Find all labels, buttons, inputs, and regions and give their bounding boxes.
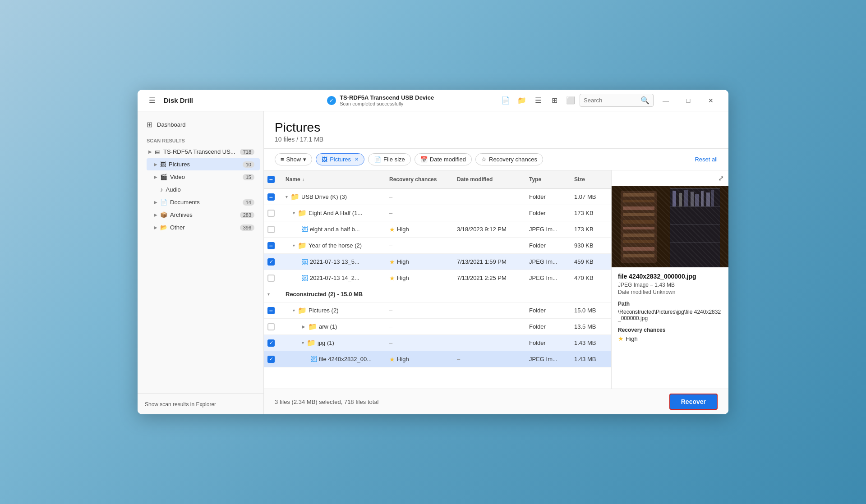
- row-recovery-cell: –: [386, 305, 453, 316]
- row-checkbox[interactable]: ✓: [267, 258, 275, 266]
- row-chevron-icon[interactable]: ▾: [302, 340, 304, 345]
- row-name-text: arw (1): [319, 323, 337, 330]
- table-row[interactable]: ▾ 📁 Eight And A Half (1... – Folder 173 …: [264, 205, 611, 221]
- close-button[interactable]: ✕: [700, 93, 721, 108]
- sidebar-ts-rdf5a-badge: 718: [240, 149, 254, 155]
- date-modified-filter-button[interactable]: 📅 Date modified: [415, 153, 472, 165]
- table-row[interactable]: ▶ 📁 arw (1) – Folder 13.5 MB: [264, 319, 611, 335]
- status-bar: 3 files (2.34 MB) selected, 718 files to…: [264, 389, 728, 414]
- recover-button[interactable]: Recover: [669, 394, 718, 410]
- row-name-cell: ▾ 📁 Year of the horse (2): [282, 239, 386, 252]
- preview-expand-button[interactable]: ⤢: [718, 174, 724, 183]
- table-row[interactable]: ✓ 🖼 2021-07-13 13_5... ★ High 7/: [264, 254, 611, 270]
- table-row[interactable]: 🖼 2021-07-13 14_2... ★ High 7/13/2021 2:…: [264, 270, 611, 286]
- row-checkbox[interactable]: ✓: [267, 356, 275, 363]
- app-title: Disk Drill: [164, 96, 193, 104]
- table-row-group-header: ▾ Reconstructed (2) - 15.0 MB: [264, 286, 611, 302]
- reset-all-button[interactable]: Reset all: [695, 156, 718, 163]
- row-checkbox[interactable]: ✓: [267, 339, 275, 347]
- sidebar: ⊞ Dashboard Scan results ▶ 🖴 TS-RDF5A Tr…: [138, 111, 264, 414]
- row-size-cell: 13.5 MB: [571, 321, 611, 332]
- select-all-checkbox[interactable]: –: [267, 176, 275, 183]
- row-name-cell: ▾ 📁 jpg (1): [282, 337, 386, 349]
- row-date-cell: 3/18/2023 9:12 PM: [453, 224, 525, 234]
- sidebar-archives-label: Archives: [170, 211, 193, 218]
- jpeg-icon: 🖼: [302, 258, 308, 266]
- row-chevron-icon[interactable]: ▾: [267, 292, 270, 297]
- sidebar-item-dashboard[interactable]: ⊞ Dashboard: [138, 117, 263, 133]
- star-icon: ★: [389, 356, 395, 363]
- new-file-button[interactable]: 📄: [498, 93, 513, 108]
- row-checkbox[interactable]: [267, 210, 275, 217]
- chevron-icon: ▶: [148, 149, 152, 154]
- minimize-button[interactable]: —: [655, 93, 676, 108]
- row-type-cell: Folder: [525, 240, 571, 251]
- sidebar-item-ts-rdf5a[interactable]: ▶ 🖴 TS-RDF5A Transcend US... 718: [141, 146, 260, 158]
- row-chevron-icon[interactable]: ▾: [293, 308, 295, 313]
- pictures-filter-button[interactable]: 🖼 Pictures ✕: [316, 153, 364, 165]
- sidebar-item-pictures[interactable]: ▶ 🖼 Pictures 10: [147, 158, 260, 170]
- folder-button[interactable]: 📁: [515, 93, 529, 108]
- svg-rect-11: [623, 254, 654, 257]
- pictures-icon: 🖼: [160, 161, 166, 168]
- row-checkbox[interactable]: [267, 323, 275, 330]
- row-chevron-icon[interactable]: ▾: [293, 243, 295, 248]
- svg-rect-7: [623, 227, 654, 229]
- show-scan-results-button[interactable]: Show scan results in Explorer: [145, 401, 216, 408]
- maximize-button[interactable]: □: [678, 93, 699, 108]
- row-checkbox-cell: [264, 321, 282, 332]
- row-checkbox[interactable]: –: [267, 307, 275, 314]
- th-name[interactable]: Name ↓: [282, 174, 386, 185]
- hamburger-icon: ☰: [149, 96, 155, 105]
- documents-icon: 📄: [160, 199, 167, 206]
- row-size-cell: 15.0 MB: [571, 305, 611, 316]
- recovery-label: High: [397, 226, 409, 233]
- search-box: 🔍: [580, 94, 654, 107]
- row-chevron-icon[interactable]: ▾: [286, 194, 288, 199]
- folder-icon: 📁: [298, 241, 307, 250]
- row-name-cell: ▾ 📁 Pictures (2): [282, 304, 386, 316]
- row-size-cell: 470 KB: [571, 273, 611, 283]
- sidebar-documents-badge: 14: [243, 199, 254, 206]
- sidebar-item-video[interactable]: ▶ 🎬 Video 15: [147, 171, 260, 183]
- group-header-label: Reconstructed (2) - 15.0 MB: [282, 289, 611, 299]
- row-recovery-cell: –: [386, 338, 453, 348]
- row-checkbox-cell: ✓: [264, 257, 282, 267]
- grid-view-button[interactable]: ⊞: [547, 93, 562, 108]
- row-chevron-icon[interactable]: ▾: [293, 211, 295, 215]
- table-row[interactable]: – ▾ 📁 Year of the horse (2) – Folder 930…: [264, 238, 611, 254]
- scan-complete-icon: ✓: [327, 96, 336, 105]
- row-name-text: file 4240x2832_00...: [319, 356, 372, 362]
- table-row[interactable]: ✓ 🖼 file 4240x2832_00... ★ High: [264, 351, 611, 367]
- hamburger-button[interactable]: ☰: [145, 93, 159, 108]
- row-checkbox[interactable]: [267, 226, 275, 233]
- pictures-filter-close-icon[interactable]: ✕: [355, 156, 359, 162]
- search-input[interactable]: [584, 97, 638, 104]
- folder-icon: 📁: [308, 322, 317, 331]
- recovery-high: ★ High: [389, 226, 409, 233]
- row-checkbox[interactable]: –: [267, 193, 275, 201]
- row-checkbox[interactable]: [267, 275, 275, 282]
- row-recovery-cell: –: [386, 208, 453, 218]
- table-row[interactable]: – ▾ 📁 USB Drive (K) (3) – Folder 1.07 MB: [264, 189, 611, 205]
- recovery-label: High: [397, 275, 409, 281]
- recovery-chances-filter-button[interactable]: ☆ Recovery chances: [475, 153, 543, 165]
- row-type-cell: Folder: [525, 208, 571, 218]
- table-row[interactable]: ✓ ▾ 📁 jpg (1) – Folder 1.43 MB: [264, 335, 611, 351]
- split-view-button[interactable]: ⬜: [563, 93, 578, 108]
- table-row[interactable]: – ▾ 📁 Pictures (2) – Folder 15.0 MB: [264, 302, 611, 319]
- sidebar-item-documents[interactable]: ▶ 📄 Documents 14: [147, 196, 260, 208]
- table-row[interactable]: 🖼 eight and a half b... ★ High 3/18/2023…: [264, 221, 611, 238]
- file-size-filter-button[interactable]: 📄 File size: [368, 153, 411, 165]
- sidebar-item-audio[interactable]: ♪ Audio: [147, 183, 260, 196]
- show-filter-button[interactable]: ≡ Show ▾: [275, 153, 312, 165]
- row-date-cell: [453, 211, 525, 215]
- sidebar-item-archives[interactable]: ▶ 📦 Archives 283: [147, 209, 260, 221]
- row-chevron-icon[interactable]: ▶: [302, 324, 305, 329]
- sidebar-item-other[interactable]: ▶ 📂 Other 396: [147, 221, 260, 234]
- row-checkbox[interactable]: –: [267, 242, 275, 249]
- row-recovery-cell: –: [386, 240, 453, 251]
- list-view-button[interactable]: ☰: [531, 93, 545, 108]
- row-size-cell: 1.43 MB: [571, 338, 611, 348]
- sidebar-pictures-badge: 10: [243, 161, 254, 168]
